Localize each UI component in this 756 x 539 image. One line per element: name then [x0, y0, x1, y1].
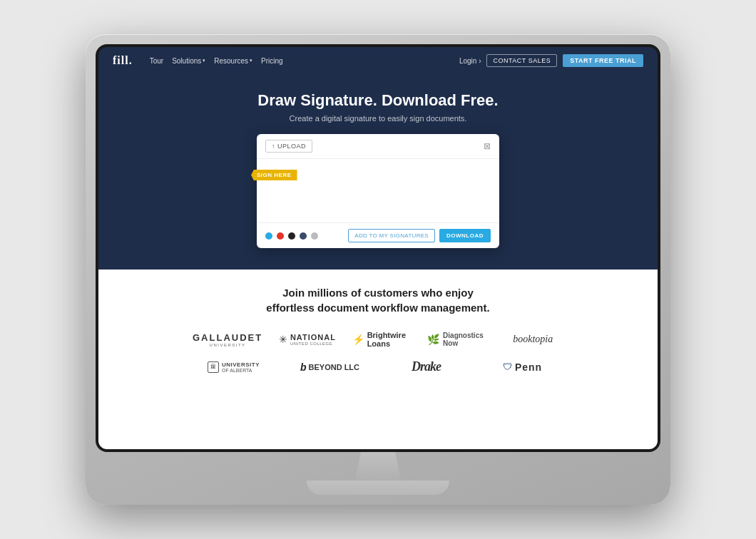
monitor: fill. Tour Solutions ▾ Resources ▾ Prici…: [86, 34, 670, 505]
monitor-bezel: fill. Tour Solutions ▾ Resources ▾ Prici…: [96, 44, 660, 452]
download-button[interactable]: DOWNLOAD: [439, 229, 491, 242]
logo-gallaudet: GALLAUDET UNIVERSITY: [185, 332, 270, 347]
brightwire-icon: ⚡: [352, 334, 364, 345]
brand-logo: fill.: [113, 54, 133, 67]
add-to-signatures-button[interactable]: ADD TO MY SIGNATURES: [348, 229, 435, 242]
join-title: Join millions of customers who enjoyeffo…: [266, 285, 489, 315]
logo-brightwire: ⚡ Brightwire Loans: [345, 331, 420, 348]
hero-section: Draw Signature. Download Free. Create a …: [98, 74, 658, 270]
nav-tour[interactable]: Tour: [150, 57, 163, 65]
logo-booktopia: booktopia: [496, 334, 571, 345]
logo-diagnostics: 🌿 Diagnostics Now: [420, 332, 495, 347]
monitor-stand-neck: [349, 452, 407, 481]
upload-button[interactable]: ↑ UPLOAD: [265, 140, 312, 153]
close-icon[interactable]: ⊠: [484, 141, 491, 151]
logo-penn: 🛡 Penn: [474, 361, 571, 373]
color-dot-blue[interactable]: [265, 232, 272, 240]
nav-links: Tour Solutions ▾ Resources ▾ Pricing: [150, 57, 448, 65]
color-dot-red[interactable]: [277, 232, 284, 240]
screen: fill. Tour Solutions ▾ Resources ▾ Prici…: [98, 47, 658, 449]
logo-national: ✳ NATIONAL UNITED COLLEGE: [270, 333, 344, 346]
nav-solutions[interactable]: Solutions ▾: [172, 57, 205, 65]
nav-actions: Login › CONTACT SALES START FREE TRIAL: [459, 54, 643, 67]
starburst-icon: ✳: [279, 334, 287, 345]
color-dot-dark-blue[interactable]: [300, 232, 307, 240]
sign-here-badge: SIGN HERE: [251, 170, 297, 180]
chevron-down-icon: ▾: [250, 58, 252, 63]
nav-pricing[interactable]: Pricing: [261, 57, 283, 65]
white-section: Join millions of customers who enjoyeffo…: [98, 270, 658, 449]
logos-row-1: GALLAUDET UNIVERSITY ✳ NATIONAL UNITED C…: [185, 331, 571, 348]
widget-header: ↑ UPLOAD ⊠: [257, 134, 499, 159]
diagnostics-icon: 🌿: [427, 334, 439, 345]
logo-alberta: 🏛 UNIVERSITY OF ALBERTA: [185, 361, 282, 373]
nav-resources[interactable]: Resources ▾: [214, 57, 252, 65]
logos-row-2: 🏛 UNIVERSITY OF ALBERTA b BEYOND LLC: [185, 359, 571, 374]
widget-actions: ADD TO MY SIGNATURES DOWNLOAD: [348, 229, 491, 242]
penn-shield-icon: 🛡: [503, 361, 512, 372]
color-selector: [265, 232, 318, 240]
logos-grid: GALLAUDET UNIVERSITY ✳ NATIONAL UNITED C…: [185, 331, 571, 374]
chevron-down-icon: ▾: [203, 58, 205, 63]
widget-footer: ADD TO MY SIGNATURES DOWNLOAD: [257, 223, 499, 248]
hero-title: Draw Signature. Download Free.: [257, 91, 498, 110]
navbar: fill. Tour Solutions ▾ Resources ▾ Prici…: [98, 47, 658, 74]
signature-canvas[interactable]: [257, 159, 499, 223]
signature-widget: SIGN HERE ↑ UPLOAD ⊠: [257, 134, 499, 248]
color-dot-gray[interactable]: [311, 232, 318, 240]
alberta-crest-icon: 🏛: [208, 361, 219, 373]
color-dot-black[interactable]: [288, 232, 295, 240]
monitor-stand-base: [307, 481, 449, 495]
hero-subtitle: Create a digital signature to easily sig…: [290, 114, 467, 123]
logo-drake: Drake: [378, 359, 474, 374]
contact-sales-button[interactable]: CONTACT SALES: [486, 54, 557, 67]
start-trial-button[interactable]: START FREE TRIAL: [563, 54, 643, 67]
logo-beyond: b BEYOND LLC: [282, 361, 378, 373]
login-link[interactable]: Login ›: [459, 57, 481, 65]
